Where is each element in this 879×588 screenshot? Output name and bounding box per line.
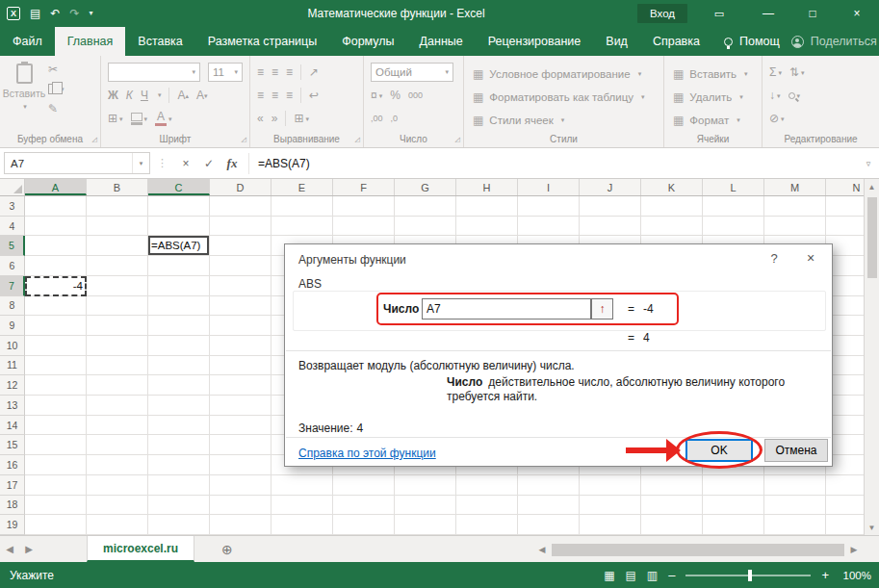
- underline-button[interactable]: Ч: [141, 89, 148, 101]
- cell-N3[interactable]: [826, 196, 864, 217]
- format-as-table-button[interactable]: ▦ Форматировать как таблицу ▾: [473, 88, 644, 107]
- sort-filter-button[interactable]: ⇅▾: [789, 66, 805, 78]
- cell-A3[interactable]: [25, 196, 87, 217]
- function-help-link[interactable]: Справка по этой функции: [298, 447, 436, 460]
- dialog-close-icon[interactable]: ×: [803, 250, 818, 266]
- sign-in-button[interactable]: Вход: [637, 4, 687, 23]
- redo-icon[interactable]: ↷: [69, 8, 79, 19]
- accounting-format-button[interactable]: ¤▾: [371, 89, 382, 101]
- increase-indent-icon[interactable]: »: [271, 113, 278, 124]
- align-bottom-icon[interactable]: ≡: [286, 66, 293, 78]
- cell-D9[interactable]: [210, 316, 271, 336]
- cell-F18[interactable]: [333, 496, 395, 516]
- cell-styles-button[interactable]: ▦ Стили ячеек ▾: [473, 111, 564, 130]
- next-sheet-icon[interactable]: ▶: [19, 544, 39, 554]
- cell-B7[interactable]: [87, 276, 148, 296]
- cell-M18[interactable]: [764, 496, 826, 516]
- ribbon-display-options-icon[interactable]: ▭: [706, 0, 733, 27]
- cell-D6[interactable]: [210, 256, 271, 276]
- ok-button[interactable]: OK: [685, 439, 753, 462]
- align-right-icon[interactable]: ≡: [286, 89, 293, 101]
- share-button[interactable]: Поделиться: [791, 27, 879, 56]
- cancel-button[interactable]: Отмена: [764, 439, 828, 462]
- cell-A16[interactable]: [25, 455, 87, 475]
- cell-K18[interactable]: [641, 496, 703, 516]
- horizontal-scroll-thumb[interactable]: [552, 544, 844, 556]
- cell-A4[interactable]: [25, 217, 87, 237]
- row-header-6[interactable]: 6: [0, 256, 25, 276]
- horizontal-scrollbar[interactable]: ◀ ▶: [534, 543, 862, 556]
- column-header-J[interactable]: J: [580, 179, 641, 195]
- row-header-7[interactable]: 7: [0, 276, 25, 296]
- insert-function-button[interactable]: fx: [220, 156, 244, 171]
- cell-B6[interactable]: [87, 256, 148, 276]
- cell-M19[interactable]: [764, 515, 826, 535]
- cell-C5[interactable]: =ABS(A7): [148, 236, 210, 256]
- cell-K3[interactable]: [641, 196, 703, 217]
- row-header-9[interactable]: 9: [0, 316, 25, 336]
- cell-K4[interactable]: [641, 217, 703, 237]
- cancel-entry-button[interactable]: ×: [174, 157, 197, 170]
- cell-E19[interactable]: [271, 515, 333, 535]
- clipboard-dialog-launcher-icon[interactable]: ◿: [92, 136, 97, 143]
- cell-D18[interactable]: [210, 496, 271, 516]
- zoom-slider[interactable]: [685, 575, 811, 576]
- sheet-tab-active[interactable]: microexcel.ru: [87, 536, 194, 562]
- row-header-4[interactable]: 4: [0, 217, 25, 237]
- number-format-combo[interactable]: Общий▾: [371, 63, 453, 82]
- cell-N17[interactable]: [826, 475, 864, 496]
- cell-C7[interactable]: [148, 276, 210, 296]
- cell-D12[interactable]: [210, 375, 271, 396]
- cell-J19[interactable]: [580, 515, 641, 535]
- cell-M3[interactable]: [764, 196, 826, 217]
- increase-decimal-icon[interactable]: ,00: [371, 115, 383, 123]
- cell-B18[interactable]: [87, 496, 148, 516]
- cell-D5[interactable]: [210, 236, 271, 256]
- cell-B9[interactable]: [87, 316, 148, 336]
- cell-D19[interactable]: [210, 515, 271, 535]
- view-page-layout-icon[interactable]: ▤: [625, 569, 635, 582]
- minimize-button[interactable]: —: [746, 0, 790, 27]
- column-header-H[interactable]: H: [456, 179, 518, 195]
- save-icon[interactable]: ▤: [30, 8, 40, 19]
- font-size-combo[interactable]: 11▾: [208, 63, 243, 82]
- row-header-10[interactable]: 10: [0, 336, 25, 356]
- row-header-18[interactable]: 18: [0, 496, 25, 516]
- cell-B8[interactable]: [87, 296, 148, 317]
- expand-formula-bar-icon[interactable]: ▿: [858, 159, 879, 168]
- underline-dropdown-icon[interactable]: ▾: [158, 91, 162, 99]
- scroll-right-icon[interactable]: ▶: [846, 545, 862, 554]
- tab-page-layout[interactable]: Разметка страницы: [195, 27, 329, 56]
- tab-file[interactable]: Файл: [0, 27, 55, 56]
- scroll-left-icon[interactable]: ◀: [534, 545, 550, 554]
- insert-cells-button[interactable]: ▦ Вставить ▾: [673, 64, 748, 84]
- row-header-8[interactable]: 8: [0, 296, 25, 317]
- scroll-up-icon[interactable]: ▲: [868, 179, 876, 194]
- zoom-out-icon[interactable]: –: [668, 569, 675, 581]
- tab-home[interactable]: Главная: [55, 27, 126, 56]
- cell-D13[interactable]: [210, 396, 271, 416]
- new-sheet-icon[interactable]: ⊕: [221, 542, 233, 557]
- cell-B5[interactable]: [87, 236, 148, 256]
- row-header-13[interactable]: 13: [0, 396, 25, 416]
- tab-formulas[interactable]: Формулы: [329, 27, 406, 56]
- cell-B10[interactable]: [87, 336, 148, 356]
- excel-app-icon[interactable]: X: [7, 7, 20, 20]
- cell-A17[interactable]: [25, 475, 87, 496]
- fill-color-button[interactable]: ▾: [131, 113, 148, 125]
- cell-A8[interactable]: [25, 296, 87, 317]
- wrap-text-icon[interactable]: ↩: [309, 89, 319, 101]
- cell-D16[interactable]: [210, 455, 271, 475]
- number-dialog-launcher-icon[interactable]: ◿: [455, 136, 460, 143]
- column-header-L[interactable]: L: [703, 179, 764, 195]
- cell-B17[interactable]: [87, 475, 148, 496]
- cell-A18[interactable]: [25, 496, 87, 516]
- cell-H19[interactable]: [456, 515, 518, 535]
- align-top-icon[interactable]: ≡: [257, 66, 264, 78]
- cell-N4[interactable]: [826, 217, 864, 237]
- column-header-N[interactable]: N: [826, 179, 864, 195]
- cell-H4[interactable]: [456, 217, 518, 237]
- vertical-scrollbar[interactable]: ▲ ▼: [864, 179, 879, 535]
- cell-C3[interactable]: [148, 196, 210, 217]
- align-middle-icon[interactable]: ≡: [271, 66, 278, 78]
